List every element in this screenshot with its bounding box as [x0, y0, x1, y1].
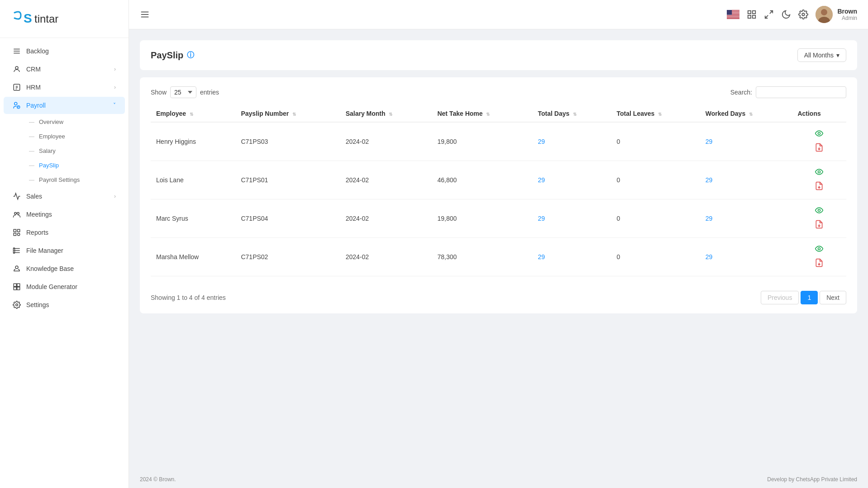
download-button-3[interactable] [815, 258, 824, 270]
month-filter-dropdown[interactable]: All Months ▾ [797, 48, 846, 62]
sidebar-item-reports[interactable]: Reports [4, 224, 125, 241]
previous-button[interactable]: Previous [761, 291, 799, 304]
sort-salary-month-icon[interactable]: ⇅ [389, 112, 392, 117]
next-button[interactable]: Next [820, 291, 846, 304]
grid-icon[interactable] [747, 9, 757, 19]
sort-employee-icon[interactable]: ⇅ [190, 112, 193, 117]
sidebar-item-sales[interactable]: Sales › [4, 188, 125, 205]
sort-total-leaves-icon[interactable]: ⇅ [658, 112, 662, 117]
header-left [140, 9, 150, 19]
table-row: Henry Higgins C71PS03 2024-02 19,800 29 … [151, 122, 846, 161]
table-row: Marsha Mellow C71PS02 2024-02 78,300 29 … [151, 238, 846, 276]
footer: 2024 © Brown. Develop by ChetsApp Privat… [129, 471, 868, 488]
sidebar-item-payroll-settings[interactable]: Payroll Settings [24, 173, 125, 187]
table-header: Employee ⇅ Payslip Number ⇅ Salary Month… [151, 105, 846, 122]
sort-worked-days-icon[interactable]: ⇅ [749, 112, 753, 117]
menu-toggle-button[interactable] [140, 9, 150, 19]
search-box: Search: [730, 86, 846, 98]
svg-point-51 [802, 13, 805, 16]
svg-point-59 [818, 209, 820, 212]
cell-salary-month-1: 2024-02 [340, 161, 432, 199]
cell-worked-days-2: 29 [700, 199, 792, 238]
view-button-2[interactable] [815, 206, 824, 217]
show-label: Show [151, 89, 167, 96]
cell-worked-days-1: 29 [700, 161, 792, 199]
fullscreen-icon[interactable] [764, 9, 774, 19]
svg-rect-22 [14, 284, 16, 286]
employee-label: Employee [39, 133, 65, 140]
cell-net-take-home-1: 46,800 [432, 161, 532, 199]
month-filter-arrow-icon: ▾ [836, 52, 839, 59]
dark-mode-toggle[interactable] [781, 9, 791, 19]
view-button-0[interactable] [815, 129, 824, 140]
cell-total-days-3: 29 [533, 238, 611, 276]
sort-total-days-icon[interactable]: ⇅ [573, 112, 577, 117]
info-icon[interactable]: ⓘ [187, 51, 194, 60]
payslip-label: PaySlip [39, 162, 59, 169]
sidebar-item-salary[interactable]: Salary [24, 144, 125, 158]
sidebar-nav: Backlog CRM › HRM › Payroll ˅ [0, 38, 129, 488]
search-input[interactable] [756, 86, 846, 98]
sidebar-item-crm[interactable]: CRM › [4, 61, 125, 78]
sort-payslip-icon[interactable]: ⇅ [292, 112, 296, 117]
sidebar-item-payroll[interactable]: Payroll ˅ [4, 97, 125, 114]
svg-rect-47 [748, 15, 751, 18]
sidebar-item-employee[interactable]: Employee [24, 129, 125, 143]
svg-point-19 [18, 233, 20, 236]
crm-icon [13, 65, 21, 73]
sidebar-item-meetings[interactable]: Meetings [4, 206, 125, 223]
payroll-arrow-icon: ˅ [113, 102, 116, 109]
sidebar-item-file-manager[interactable]: File Manager [4, 242, 125, 259]
cell-salary-month-0: 2024-02 [340, 122, 432, 161]
svg-rect-18 [14, 233, 16, 236]
cell-net-take-home-2: 19,800 [432, 199, 532, 238]
sidebar-item-settings[interactable]: Settings [4, 296, 125, 313]
svg-rect-16 [14, 229, 16, 232]
svg-point-55 [818, 133, 820, 135]
sidebar-item-module-generator[interactable]: Module Generator [4, 278, 125, 295]
sidebar-item-knowledge-base[interactable]: Knowledge Base [4, 260, 125, 277]
entries-select[interactable]: 25 10 50 100 [170, 86, 196, 98]
header-right: Brown Admin [727, 6, 857, 23]
pagination-info: Showing 1 to 4 of 4 entries [151, 294, 226, 301]
table-row: Marc Syrus C71PS04 2024-02 19,800 29 0 2… [151, 199, 846, 238]
meetings-icon [13, 210, 21, 218]
sidebar-item-payslip[interactable]: PaySlip [24, 158, 125, 172]
svg-rect-48 [753, 15, 755, 18]
view-button-1[interactable] [815, 167, 824, 179]
col-salary-month: Salary Month ⇅ [340, 105, 432, 122]
action-cell-3 [797, 244, 841, 270]
knowledge-base-icon [13, 265, 21, 273]
hrm-arrow-icon: › [114, 84, 116, 90]
download-button-0[interactable] [815, 143, 824, 154]
table-row: Lois Lane C71PS01 2024-02 46,800 29 0 29 [151, 161, 846, 199]
cell-actions-1 [792, 161, 846, 199]
language-selector[interactable] [727, 10, 739, 19]
cell-total-leaves-0: 0 [611, 122, 700, 161]
svg-point-53 [821, 9, 827, 15]
cell-worked-days-3: 29 [700, 238, 792, 276]
sidebar-item-module-generator-label: Module Generator [26, 283, 77, 290]
month-filter-label: All Months [804, 52, 834, 59]
view-button-3[interactable] [815, 244, 824, 256]
download-button-2[interactable] [815, 220, 824, 231]
sidebar-item-backlog[interactable]: Backlog [4, 43, 125, 60]
sort-net-take-home-icon[interactable]: ⇅ [486, 112, 490, 117]
settings-header-icon[interactable] [798, 9, 808, 19]
action-cell-2 [797, 206, 841, 231]
crm-arrow-icon: › [114, 66, 116, 72]
main-content: PaySlip ⓘ All Months ▾ Show 25 10 50 100 [129, 29, 868, 471]
backlog-icon [13, 47, 21, 55]
page-1-button[interactable]: 1 [801, 291, 818, 304]
sidebar-item-overview[interactable]: Overview [24, 115, 125, 129]
cell-payslip-number-1: C71PS01 [235, 161, 340, 199]
settings-icon [13, 301, 21, 309]
col-payslip-number: Payslip Number ⇅ [235, 105, 340, 122]
download-button-1[interactable] [815, 181, 824, 193]
cell-actions-0 [792, 122, 846, 161]
user-profile[interactable]: Brown Admin [816, 6, 857, 23]
cell-total-leaves-3: 0 [611, 238, 700, 276]
sidebar-item-hrm[interactable]: HRM › [4, 79, 125, 96]
cell-employee-0: Henry Higgins [151, 122, 235, 161]
cell-actions-3 [792, 238, 846, 276]
